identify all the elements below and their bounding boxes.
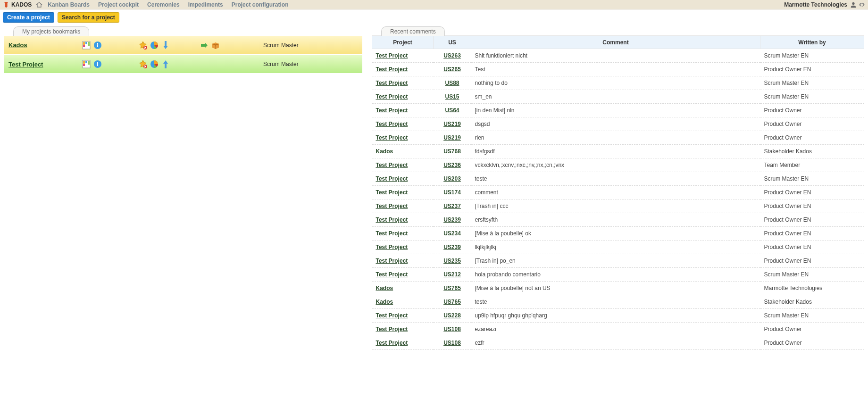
comment-us-link[interactable]: US239 xyxy=(443,216,461,223)
unbookmark-icon[interactable] xyxy=(139,60,147,68)
comment-row: Test ProjectUS212hola probando comentari… xyxy=(372,268,864,282)
comment-us-link[interactable]: US263 xyxy=(443,52,461,59)
svg-rect-4 xyxy=(83,45,85,47)
comment-project-link[interactable]: Test Project xyxy=(376,326,408,332)
comment-row: Test ProjectUS235[Trash in] po_enProduct… xyxy=(372,254,864,268)
svg-rect-1 xyxy=(83,42,85,45)
comment-project-link[interactable]: Test Project xyxy=(376,244,408,250)
comment-project-link[interactable]: Test Project xyxy=(376,340,408,346)
board-icon[interactable] xyxy=(82,60,91,68)
comment-row: Test ProjectUS64[in den Mist] nlnProduct… xyxy=(372,104,864,117)
comment-text: [Trash in] po_en xyxy=(471,254,760,268)
comment-us-link[interactable]: US237 xyxy=(443,203,461,209)
bookmark-row: KadosScrum Master xyxy=(4,36,362,55)
svg-rect-7 xyxy=(97,43,98,44)
comment-us-link[interactable]: US15 xyxy=(445,93,459,100)
bookmark-project-link[interactable]: Test Project xyxy=(8,61,43,68)
comment-text: vckxcklvn,;xcnv,;nxc,;nv,;nx,;cn,;vnx xyxy=(471,158,760,172)
comment-project-link[interactable]: Test Project xyxy=(376,189,408,196)
comment-project-link[interactable]: Kados xyxy=(376,148,393,155)
comment-us-link[interactable]: US265 xyxy=(443,66,461,73)
stats-icon[interactable] xyxy=(150,60,159,68)
comment-text: Shit funktioniert nicht xyxy=(471,49,760,63)
comment-project-link[interactable]: Test Project xyxy=(376,93,408,100)
comment-project-link[interactable]: Test Project xyxy=(376,134,408,141)
comment-project-link[interactable]: Test Project xyxy=(376,66,408,73)
comment-us-link[interactable]: US108 xyxy=(443,340,461,346)
board-icon[interactable] xyxy=(82,41,91,50)
comment-project-link[interactable]: Kados xyxy=(376,285,393,291)
brand[interactable]: KADOS xyxy=(3,1,32,8)
unbookmark-icon[interactable] xyxy=(139,41,147,50)
comment-us-link[interactable]: US228 xyxy=(443,312,461,319)
comment-project-link[interactable]: Test Project xyxy=(376,52,408,59)
user-icon[interactable] xyxy=(850,1,857,8)
comment-us-link[interactable]: US219 xyxy=(443,134,461,141)
export-icon[interactable] xyxy=(200,41,209,50)
comment-row: Test ProjectUS219dsgsdProduct Owner xyxy=(372,117,864,131)
comment-project-link[interactable]: Test Project xyxy=(376,121,408,127)
reorder-up-icon[interactable] xyxy=(161,59,170,69)
comment-us-link[interactable]: US174 xyxy=(443,189,461,196)
comment-project-link[interactable]: Test Project xyxy=(376,80,408,86)
svg-rect-3 xyxy=(88,42,90,46)
comment-project-link[interactable]: Test Project xyxy=(376,312,408,319)
comment-row: KadosUS765testeStakeholder Kados xyxy=(372,295,864,309)
comment-project-link[interactable]: Test Project xyxy=(376,162,408,168)
comment-us-link[interactable]: US88 xyxy=(445,80,459,86)
create-project-button[interactable]: Create a project xyxy=(3,12,54,23)
nav-impediments[interactable]: Impediments xyxy=(188,1,223,8)
comment-writer: Product Owner EN xyxy=(760,199,864,213)
comment-text: up9ip hfpuqr ghqu ghp'qharg xyxy=(471,309,760,323)
comment-project-link[interactable]: Test Project xyxy=(376,107,408,114)
comment-us-link[interactable]: US212 xyxy=(443,271,461,278)
nav-ceremonies[interactable]: Ceremonies xyxy=(147,1,180,8)
svg-rect-16 xyxy=(97,63,98,66)
svg-rect-13 xyxy=(88,61,90,65)
comment-row: Test ProjectUS108ezareazrProduct Owner xyxy=(372,323,864,336)
reorder-down-icon[interactable] xyxy=(161,40,170,50)
home-icon[interactable] xyxy=(35,1,43,8)
comment-row: Test ProjectUS234[Mise à la poubelle] ok… xyxy=(372,227,864,241)
comment-project-link[interactable]: Test Project xyxy=(376,230,408,237)
package-icon[interactable] xyxy=(211,41,220,50)
comment-us-link[interactable]: US203 xyxy=(443,175,461,182)
comment-row: Test ProjectUS263Shit funktioniert nicht… xyxy=(372,49,864,63)
comment-text: Test xyxy=(471,63,760,76)
comment-row: Test ProjectUS236vckxcklvn,;xcnv,;nxc,;n… xyxy=(372,158,864,172)
comment-us-link[interactable]: US765 xyxy=(443,299,461,305)
gear-icon[interactable] xyxy=(859,1,865,8)
comment-project-link[interactable]: Test Project xyxy=(376,203,408,209)
nav-kanban[interactable]: Kanban Boards xyxy=(48,1,90,8)
nav-config[interactable]: Project configuration xyxy=(232,1,289,8)
comment-project-link[interactable]: Test Project xyxy=(376,175,408,182)
comment-writer: Scrum Master EN xyxy=(760,76,864,90)
comment-project-link[interactable]: Test Project xyxy=(376,257,408,264)
comment-text: fdsfgsdf xyxy=(471,145,760,158)
comment-us-link[interactable]: US236 xyxy=(443,162,461,168)
comment-us-link[interactable]: US768 xyxy=(443,148,461,155)
comment-project-link[interactable]: Test Project xyxy=(376,216,408,223)
stats-icon[interactable] xyxy=(150,41,159,50)
bookmark-row: Test ProjectScrum Master xyxy=(4,55,362,74)
comment-writer: Stakeholder Kados xyxy=(760,295,864,309)
comment-us-link[interactable]: US235 xyxy=(443,257,461,264)
comment-project-link[interactable]: Kados xyxy=(376,299,393,305)
top-navbar: KADOS Kanban Boards Project cockpit Cere… xyxy=(0,0,868,9)
comment-us-link[interactable]: US219 xyxy=(443,121,461,127)
comment-us-link[interactable]: US64 xyxy=(445,107,459,114)
svg-rect-17 xyxy=(97,62,98,63)
comment-text: ezareazr xyxy=(471,323,760,336)
comment-us-link[interactable]: US108 xyxy=(443,326,461,332)
comment-us-link[interactable]: US234 xyxy=(443,230,461,237)
comment-row: KadosUS765[Mise à la poubelle] not an US… xyxy=(372,282,864,295)
info-icon[interactable] xyxy=(93,60,102,68)
comment-us-link[interactable]: US765 xyxy=(443,285,461,291)
comment-writer: Team Member xyxy=(760,158,864,172)
search-project-button[interactable]: Search for a project xyxy=(58,12,119,23)
bookmark-project-link[interactable]: Kados xyxy=(8,42,27,49)
info-icon[interactable] xyxy=(93,41,102,50)
nav-cockpit[interactable]: Project cockpit xyxy=(98,1,139,8)
comment-us-link[interactable]: US239 xyxy=(443,244,461,250)
comment-project-link[interactable]: Test Project xyxy=(376,271,408,278)
